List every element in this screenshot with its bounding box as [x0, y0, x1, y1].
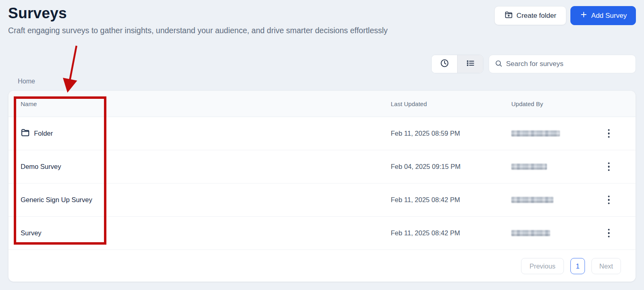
table-row-demo-survey[interactable]: Demo Survey Feb 04, 2025 09:15 PM: [8, 150, 636, 183]
row-name: Folder: [34, 130, 53, 137]
redacted-updated-by: [511, 164, 547, 170]
list-icon: [466, 58, 475, 70]
search-input[interactable]: [506, 60, 630, 68]
kebab-menu-icon[interactable]: [606, 160, 612, 174]
table-row-generic-signup-survey[interactable]: Generic Sign Up Survey Feb 11, 2025 08:4…: [8, 183, 636, 217]
header-actions: Create folder Add Survey: [494, 6, 636, 25]
surveys-table-card: Name Last Updated Updated By Folder Feb …: [8, 90, 636, 282]
page-title: Surveys: [8, 5, 67, 22]
list-toolbar: [431, 55, 636, 73]
kebab-menu-icon[interactable]: [606, 127, 612, 141]
table-row-folder[interactable]: Folder Feb 11, 2025 08:59 PM: [8, 117, 636, 150]
redacted-updated-by: [511, 230, 550, 236]
search-icon: [495, 60, 502, 69]
row-last-updated: Feb 11, 2025 08:42 PM: [391, 229, 511, 237]
row-last-updated: Feb 11, 2025 08:59 PM: [391, 130, 511, 137]
row-name: Generic Sign Up Survey: [21, 196, 92, 204]
row-name: Survey: [21, 229, 41, 237]
row-name: Demo Survey: [21, 163, 61, 171]
table-header-row: Name Last Updated Updated By: [8, 91, 636, 117]
kebab-menu-icon[interactable]: [606, 226, 612, 240]
recent-view-button[interactable]: [432, 55, 457, 73]
previous-page-button[interactable]: Previous: [521, 258, 564, 274]
create-folder-button[interactable]: Create folder: [494, 6, 566, 25]
create-folder-label: Create folder: [517, 12, 556, 20]
plus-icon: [580, 11, 588, 21]
redacted-updated-by: [511, 130, 560, 136]
page-subtitle: Craft engaging surveys to gather insight…: [8, 26, 388, 35]
search-box: [489, 55, 636, 73]
add-survey-label: Add Survey: [591, 12, 627, 20]
surveys-page: Surveys Craft engaging surveys to gather…: [0, 0, 644, 290]
row-last-updated: Feb 11, 2025 08:42 PM: [391, 196, 511, 204]
table-row-survey[interactable]: Survey Feb 11, 2025 08:42 PM: [8, 217, 636, 250]
redacted-updated-by: [511, 197, 553, 203]
column-header-last-updated[interactable]: Last Updated: [391, 100, 511, 107]
breadcrumb-home[interactable]: Home: [18, 78, 35, 85]
list-view-button[interactable]: [457, 55, 483, 73]
folder-icon: [21, 128, 30, 139]
kebab-menu-icon[interactable]: [606, 193, 612, 207]
column-header-name[interactable]: Name: [21, 100, 391, 107]
view-toggle: [431, 55, 483, 73]
next-page-button[interactable]: Next: [591, 258, 621, 274]
column-header-updated-by[interactable]: Updated By: [511, 100, 597, 107]
folder-plus-icon: [504, 11, 513, 21]
add-survey-button[interactable]: Add Survey: [570, 6, 636, 25]
pagination: Previous 1 Next: [8, 251, 636, 281]
page-number-button[interactable]: 1: [570, 258, 585, 274]
clock-icon: [440, 58, 449, 70]
row-last-updated: Feb 04, 2025 09:15 PM: [391, 163, 511, 171]
